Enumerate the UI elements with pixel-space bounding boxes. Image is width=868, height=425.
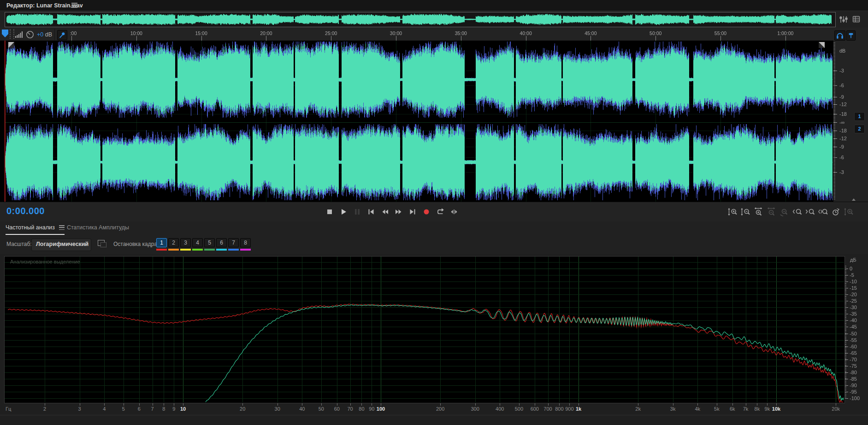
timeline-label: 35:00 xyxy=(455,30,467,36)
solo-paddle-button[interactable] xyxy=(846,30,856,41)
waveform-editor[interactable] xyxy=(0,41,833,202)
freq-axis-label: 90 xyxy=(369,406,374,412)
freq-axis-label: 3k xyxy=(670,406,676,412)
pause-button[interactable] xyxy=(351,206,363,218)
headphones-button[interactable] xyxy=(834,30,845,41)
frame-hold-button-4[interactable]: 4 xyxy=(192,238,203,251)
channel-1-button[interactable]: 1 xyxy=(854,112,865,121)
freq-axis-label: 7 xyxy=(151,406,154,412)
freq-axis-label: 800 xyxy=(555,406,563,412)
zoom-in-time-button[interactable] xyxy=(752,206,764,218)
db-scale-label: -6 xyxy=(839,83,844,88)
freq-axis-label: 500 xyxy=(515,406,523,412)
frame-hold-button-1[interactable]: 1 xyxy=(156,238,167,251)
db-scale-tick xyxy=(833,71,837,71)
freq-axis-tick xyxy=(124,403,124,406)
selection-grip-top-left-icon[interactable] xyxy=(8,42,14,48)
restore-zoom-button[interactable] xyxy=(830,206,842,218)
freq-axis-tick xyxy=(153,403,153,406)
zoom-full-button[interactable] xyxy=(843,206,855,218)
freq-axis-label: 8 xyxy=(162,406,165,412)
frame-hold-button-5[interactable]: 5 xyxy=(204,238,215,251)
timeline-label: 50:00 xyxy=(650,30,661,36)
grid-icon[interactable] xyxy=(852,15,861,24)
timeline-label: 15:00 xyxy=(195,30,207,36)
zoom-selection-button[interactable] xyxy=(817,206,829,218)
knob-icon[interactable] xyxy=(25,30,35,39)
freq-axis-tick xyxy=(361,403,362,406)
pin-button[interactable] xyxy=(57,30,67,40)
freq-axis-tick xyxy=(183,403,183,406)
freq-axis-tick xyxy=(579,403,579,406)
freq-axis-label: 1k xyxy=(576,406,581,412)
stop-button[interactable] xyxy=(324,206,336,218)
gain-unit: dB xyxy=(43,31,52,38)
freq-db-axis-tick xyxy=(845,379,848,379)
freq-axis-label: 5k xyxy=(714,406,720,412)
zoom-left-selection-button[interactable] xyxy=(791,206,803,218)
loop-playback-button[interactable] xyxy=(434,206,446,218)
freq-axis-label: 6k xyxy=(730,406,735,412)
zoom-right-selection-button[interactable] xyxy=(804,206,816,218)
panel-menu-icon[interactable] xyxy=(71,3,77,8)
freq-db-axis-label: -10 xyxy=(850,279,857,284)
freq-db-axis-label: -50 xyxy=(850,331,857,336)
timeline-major-tick xyxy=(331,36,331,41)
overview-waveform-box[interactable] xyxy=(5,12,836,27)
zoom-reset-button[interactable] xyxy=(778,206,790,218)
zoom-out-amplitude-button[interactable] xyxy=(739,206,751,218)
frame-hold-number: 4 xyxy=(192,238,203,247)
freq-db-axis-label: -40 xyxy=(850,317,857,323)
freq-db-axis-tick xyxy=(845,320,848,321)
time-display[interactable]: 0:00.000 xyxy=(6,206,45,216)
gain-value: +0 xyxy=(37,31,43,38)
skip-to-end-button[interactable] xyxy=(407,206,419,218)
freq-axis-tick xyxy=(776,403,777,406)
frame-hold-button-3[interactable]: 3 xyxy=(180,238,191,251)
db-scale-tick xyxy=(833,85,837,86)
freq-axis-tick xyxy=(746,403,746,406)
rewind-button[interactable] xyxy=(379,206,391,218)
scale-arrow-icon[interactable] xyxy=(852,198,856,201)
db-scale-label: -12 xyxy=(839,136,847,141)
frame-hold-button-6[interactable]: 6 xyxy=(216,238,227,251)
frame-hold-button-2[interactable]: 2 xyxy=(168,238,179,251)
amplitude-scale[interactable]: dB-3-6-9-12-18-∞-18-12-9-6-312 xyxy=(833,41,868,202)
scale-dropdown[interactable]: Логарифмический xyxy=(31,239,91,251)
freq-db-axis-label: -80 xyxy=(850,370,857,375)
frame-hold-button-7[interactable]: 7 xyxy=(228,238,239,251)
tab-menu-icon[interactable] xyxy=(59,225,65,230)
fast-forward-button[interactable] xyxy=(393,206,405,218)
selection-grip-top-right-icon[interactable] xyxy=(819,42,825,48)
skip-to-start-button[interactable] xyxy=(365,206,377,218)
main-waveform-canvas[interactable] xyxy=(5,41,833,202)
zoom-in-amplitude-button[interactable] xyxy=(726,206,738,218)
channel-2-button[interactable]: 2 xyxy=(854,125,865,133)
freq-db-axis-tick xyxy=(845,353,848,353)
overview-waveform-canvas[interactable] xyxy=(5,12,834,26)
tab-frequency-analysis[interactable]: Частотный анализ xyxy=(6,224,65,235)
tab-amplitude-statistics[interactable]: Статистика Амплитуды xyxy=(67,224,129,234)
skip-selection-button[interactable] xyxy=(448,206,460,218)
gain-display[interactable]: +0 dB xyxy=(37,31,52,38)
freq-db-axis-tick xyxy=(845,307,848,308)
db-scale-tick xyxy=(833,97,837,97)
freq-axis-tick xyxy=(80,403,80,406)
freq-axis-label: 900 xyxy=(565,406,573,412)
play-button[interactable] xyxy=(337,206,349,218)
panel-grip[interactable] xyxy=(10,29,14,39)
db-scale-label: -6 xyxy=(839,155,844,160)
freq-db-axis-tick xyxy=(845,327,848,327)
levels-icon[interactable] xyxy=(839,15,848,24)
frame-hold-button-8[interactable]: 8 xyxy=(240,238,251,251)
freq-axis-label: 10k xyxy=(772,406,780,412)
freq-axis-label: 20k xyxy=(832,406,840,412)
freq-axis-tick xyxy=(673,403,673,406)
db-scale-label: -12 xyxy=(839,102,847,107)
freq-axis-label: 9k xyxy=(765,406,770,412)
record-button[interactable] xyxy=(420,206,432,218)
level-meter-icon[interactable] xyxy=(15,31,24,38)
zoom-out-time-button[interactable] xyxy=(765,206,777,218)
copy-frame-icon[interactable] xyxy=(98,240,105,246)
freq-db-axis-label: -5 xyxy=(850,272,854,278)
